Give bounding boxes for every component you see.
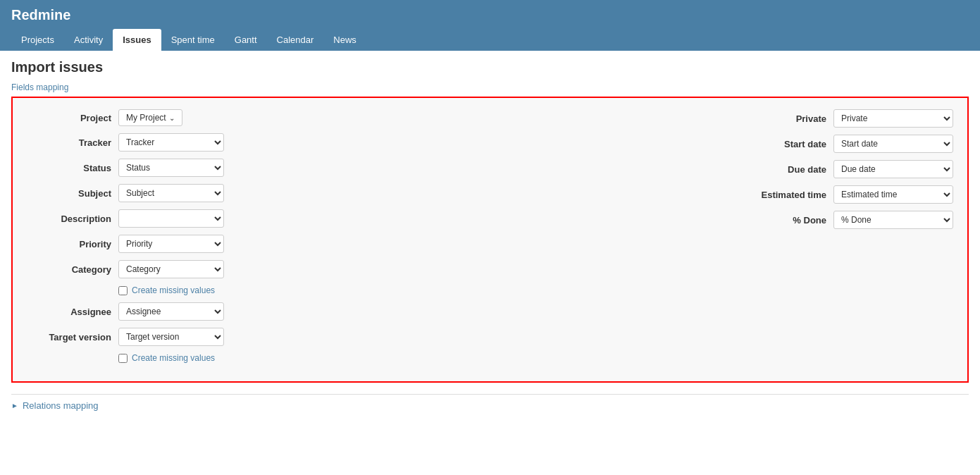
status-select[interactable]: Status — [118, 159, 224, 177]
label-percent-done: % Done — [735, 215, 826, 226]
right-column: Private Private Start date Start date Du… — [490, 109, 954, 370]
label-due-date: Due date — [735, 164, 826, 175]
field-row-private: Private Private — [519, 109, 954, 128]
nav-bar: Projects Activity Issues Spent time Gant… — [11, 29, 969, 51]
relations-mapping-label: Relations mapping — [23, 400, 99, 411]
label-subject: Subject — [27, 188, 111, 199]
nav-item-activity[interactable]: Activity — [64, 29, 113, 51]
percent-done-select[interactable]: % Done — [833, 211, 953, 229]
start-date-select[interactable]: Start date — [833, 135, 953, 153]
app-title: Redmine — [11, 7, 969, 23]
field-row-description: Description — [27, 209, 462, 228]
due-date-select[interactable]: Due date — [833, 160, 953, 178]
target-version-select[interactable]: Target version — [118, 328, 224, 346]
category-create-missing-label[interactable]: Create missing values — [132, 285, 215, 295]
assignee-select[interactable]: Assignee — [118, 302, 224, 321]
category-checkbox-row: Create missing values — [118, 285, 462, 295]
label-tracker: Tracker — [27, 137, 111, 148]
target-version-checkbox-row: Create missing values — [118, 353, 462, 363]
field-row-percent-done: % Done % Done — [519, 211, 954, 229]
label-estimated-time: Estimated time — [735, 190, 826, 200]
label-target-version: Target version — [27, 332, 111, 343]
private-select[interactable]: Private — [833, 109, 953, 128]
label-private: Private — [735, 113, 826, 124]
field-row-subject: Subject Subject — [27, 184, 462, 202]
relations-mapping-header[interactable]: ► Relations mapping — [11, 400, 969, 411]
fields-mapping-label: Fields mapping — [11, 82, 969, 92]
page-title: Import issues — [11, 59, 969, 75]
label-description: Description — [27, 214, 111, 224]
label-priority: Priority — [27, 239, 111, 249]
category-select[interactable]: Category — [118, 260, 224, 278]
nav-item-issues[interactable]: Issues — [113, 29, 161, 51]
label-status: Status — [27, 163, 111, 173]
project-button-label: My Project — [126, 113, 166, 123]
field-row-start-date: Start date Start date — [519, 135, 954, 153]
fields-mapping-box: Project My Project ⌄ Tracker Tracker Sta… — [11, 97, 969, 383]
label-start-date: Start date — [735, 139, 826, 149]
subject-select[interactable]: Subject — [118, 184, 224, 202]
field-row-due-date: Due date Due date — [519, 160, 954, 178]
field-row-project: Project My Project ⌄ — [27, 109, 462, 126]
nav-item-projects[interactable]: Projects — [11, 29, 64, 51]
nav-item-gantt[interactable]: Gantt — [225, 29, 267, 51]
category-create-missing-checkbox[interactable] — [118, 286, 128, 295]
priority-select[interactable]: Priority — [118, 235, 224, 253]
nav-item-spent-time[interactable]: Spent time — [161, 29, 225, 51]
target-version-create-missing-label[interactable]: Create missing values — [132, 353, 215, 363]
app-header: Redmine Projects Activity Issues Spent t… — [0, 0, 980, 51]
field-row-tracker: Tracker Tracker — [27, 133, 462, 152]
chevron-down-icon: ⌄ — [169, 114, 175, 122]
description-select[interactable] — [118, 209, 224, 228]
field-row-assignee: Assignee Assignee — [27, 302, 462, 321]
nav-item-calendar[interactable]: Calendar — [267, 29, 324, 51]
label-assignee: Assignee — [27, 307, 111, 317]
nav-item-news[interactable]: News — [323, 29, 366, 51]
project-button[interactable]: My Project ⌄ — [118, 109, 182, 126]
relations-section: ► Relations mapping — [11, 394, 969, 411]
tracker-select[interactable]: Tracker — [118, 133, 224, 152]
label-category: Category — [27, 264, 111, 275]
estimated-time-select[interactable]: Estimated time — [833, 185, 953, 204]
label-project: Project — [27, 113, 111, 123]
left-column: Project My Project ⌄ Tracker Tracker Sta… — [27, 109, 490, 370]
page-content: Import issues Fields mapping Project My … — [0, 51, 980, 419]
field-row-target-version: Target version Target version — [27, 328, 462, 346]
field-row-category: Category Category — [27, 260, 462, 278]
chevron-right-icon: ► — [11, 402, 18, 409]
field-row-status: Status Status — [27, 159, 462, 177]
field-row-estimated-time: Estimated time Estimated time — [519, 185, 954, 204]
target-version-create-missing-checkbox[interactable] — [118, 354, 128, 363]
field-row-priority: Priority Priority — [27, 235, 462, 253]
